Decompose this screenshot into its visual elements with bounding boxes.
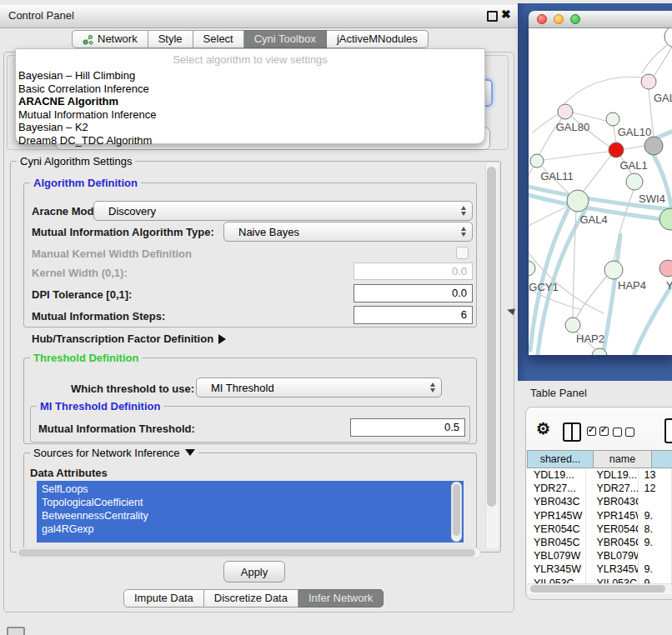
network-node[interactable] [604,261,623,279]
attribute-item-gal4rgexp[interactable]: gal4RGexp [42,522,464,536]
column-header-shared[interactable]: shared... [527,450,594,468]
tab-style[interactable]: Style [148,30,193,48]
screenshot-root: Control Panel ✖ NetworkStyleSelectCyni T… [0,0,672,635]
expanded-arrow-icon [185,449,195,456]
column-header-2[interactable] [652,450,672,468]
algorithm-option-aracne-algorithm[interactable]: ARACNE Algorithm [18,95,484,108]
kernel-width-field[interactable]: 0.0 [354,262,473,280]
table-body: YDL19...YDL19...13YDR27...YDR27...12YBR0… [527,468,672,585]
network-edge [573,112,606,121]
mi-type-value: Naive Bayes [238,226,299,238]
table-row[interactable]: YDL19...YDL19...13 [527,468,672,482]
algorithm-dropdown-list: Bayesian – Hill ClimbingBasic Correlatio… [16,69,484,147]
network-edge [624,146,644,149]
tab-network[interactable]: Network [72,30,148,48]
network-node[interactable] [529,261,535,276]
network-node[interactable] [644,137,663,155]
zoom-light[interactable] [570,14,580,24]
network-edge [532,114,559,133]
table-row[interactable]: YLR345WYLR345W9. [527,562,672,576]
data-attributes-label: Data Attributes [30,467,108,479]
minimize-light[interactable] [554,14,564,24]
gear-icon[interactable]: ⚙ [536,419,550,438]
table-row[interactable]: YBL079WYBL079W [527,549,672,562]
node-label: GAL [654,92,672,104]
network-node[interactable] [530,154,544,168]
collapsed-panel-icon[interactable] [7,627,25,635]
table-cell: 8. [639,522,672,536]
network-window-titlebar[interactable] [529,11,672,28]
algorithm-dropdown-popup: Select algorithm to view settings Bayesi… [15,48,485,144]
table-cell: YBL079W [586,549,639,562]
network-canvas[interactable]: GALGAL80GAL10GAL1GAL11SWI4GAL4GCY1HAP4YH… [529,28,672,355]
network-node[interactable] [641,74,656,89]
bottom-tabs: Impute DataDiscretize DataInfer Network [123,589,384,608]
data-attributes-list[interactable]: SelfLoopsTopologicalCoefficientBetweenne… [37,481,464,542]
hub-definition-label: Hub/Transcription Factor Definition [32,332,213,345]
table-horizontal-scrollbar[interactable] [528,583,671,594]
attributes-scrollbar[interactable] [451,482,462,542]
aracne-mode-combobox[interactable]: Discovery [93,201,473,221]
float-icon[interactable] [487,11,498,22]
algorithm-option-mutual-information-inference[interactable]: Mutual Information Inference [18,108,484,122]
tab-cyni-toolbox[interactable]: Cyni Toolbox [244,30,327,48]
cyni-algorithm-settings-title: Cyni Algorithm Settings [17,155,135,168]
columns-icon[interactable] [563,422,581,442]
network-node[interactable] [659,260,672,277]
table-row[interactable]: YDR27...YDR27...12 [527,482,672,495]
table-cell: 12 [639,482,672,495]
manual-kernel-checkbox[interactable] [456,247,469,259]
table-row[interactable]: YBR043CYBR043C [527,495,672,508]
tab-impute-data[interactable]: Impute Data [123,589,204,608]
combobox-arrows-icon [461,206,466,216]
attribute-item-selfloops[interactable]: SelfLoops [42,482,464,496]
network-node[interactable] [626,173,643,190]
node-label: SWI4 [639,192,665,205]
dpi-tolerance-field[interactable]: 0.0 [354,284,473,302]
algorithm-dropdown-placeholder: Select algorithm to view settings [16,53,484,66]
checked-checkboxes-icon[interactable] [587,427,609,436]
algorithm-option-basic-correlation-inference[interactable]: Basic Correlation Inference [18,82,484,96]
tab-select[interactable]: Select [193,30,244,48]
table-row[interactable]: YPR145WYPR145W9. [527,509,672,522]
tab-infer-network[interactable]: Infer Network [298,589,384,608]
network-node[interactable] [659,208,672,230]
column-header-name[interactable]: name [594,450,652,468]
algorithm-option-dream8-dc-tdc-algorithm[interactable]: Dream8 DC_TDC Algorithm [18,134,484,148]
unchecked-checkboxes-icon[interactable] [613,428,634,437]
mi-type-combobox[interactable]: Naive Bayes [223,222,473,242]
network-edge [614,126,616,142]
tab-label: Cyni Toolbox [254,31,316,48]
close-light[interactable] [537,14,547,24]
tab-label: jActiveMNodules [337,31,418,48]
table-cell: YPR145W [527,509,586,522]
combobox-arrows-icon [461,227,466,237]
tab-jactivemnodules[interactable]: jActiveMNodules [327,30,429,48]
algorithm-option-bayesian-hill-climbing[interactable]: Bayesian – Hill Climbing [18,69,484,82]
network-node[interactable] [609,142,624,158]
attribute-item-betweennesscentrality[interactable]: BetweennessCentrality [42,509,464,522]
attribute-item-topologicalcoefficient[interactable]: TopologicalCoefficient [42,496,464,509]
network-node[interactable] [567,190,589,212]
mi-steps-field[interactable]: 6 [354,306,473,324]
close-icon[interactable]: ✖ [501,8,511,21]
table-cell: YBR043C [586,495,639,508]
settings-horizontal-scrollbar[interactable] [16,548,481,558]
table-row[interactable]: YER054CYER054C8. [527,522,672,536]
hub-definition-toggle[interactable]: Hub/Transcription Factor Definition [32,332,226,345]
sources-toggle[interactable]: Sources for Network Inference [30,447,198,459]
file-icon[interactable] [664,418,672,443]
which-threshold-combobox[interactable]: MI Threshold [196,378,442,398]
network-node[interactable] [565,318,580,332]
mi-threshold-field[interactable]: 0.5 [350,418,465,437]
network-node[interactable] [606,112,619,126]
node-label: GAL11 [540,170,574,182]
settings-vertical-scrollbar[interactable] [485,163,499,548]
network-icon [83,34,93,45]
table-row[interactable]: YBR045CYBR045C9. [527,536,672,549]
network-node[interactable] [558,104,573,119]
algorithm-option-bayesian-k2[interactable]: Bayesian – K2 [18,121,484,134]
apply-button[interactable]: Apply [223,561,285,582]
network-node[interactable] [664,28,672,48]
tab-discretize-data[interactable]: Discretize Data [204,589,298,608]
